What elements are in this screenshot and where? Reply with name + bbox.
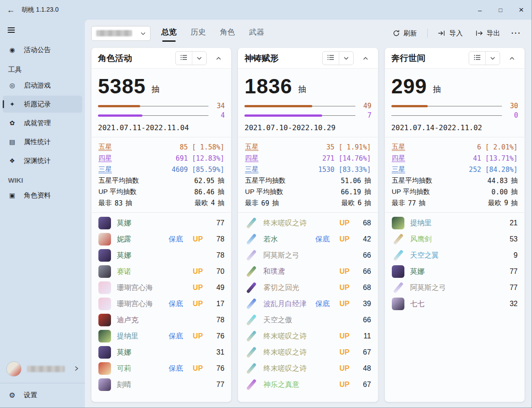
stats-section: 五星6 [ 2.01%] 四星41 [13.71%] 三星252 [84.28%… xyxy=(391,137,518,212)
four-star-link[interactable]: 四星 xyxy=(98,154,112,162)
import-button[interactable]: 导入 xyxy=(433,26,468,41)
sidebar-item-achievements[interactable]: ✿ 成就管理 xyxy=(3,114,82,132)
account-row[interactable] xyxy=(0,357,85,381)
sidebar-item-label: 属性统计 xyxy=(24,138,51,146)
collapse-card-button[interactable] xyxy=(213,52,225,64)
list-view-button[interactable] xyxy=(176,52,192,65)
gacha-item-row[interactable]: 终末嗟叹之诗 UP 48 xyxy=(245,360,371,377)
view-mode-dropdown-button[interactable] xyxy=(339,52,353,65)
gacha-item-row[interactable]: 七七 32 xyxy=(392,296,518,312)
back-button[interactable]: ← xyxy=(0,2,22,18)
sidebar-item-wish-records[interactable]: ✦ 祈愿记录 xyxy=(3,96,82,113)
sidebar-section-tools: 工具 xyxy=(8,66,85,74)
gacha-item-row[interactable]: 赛诺 UP 70 xyxy=(98,263,224,280)
tab-characters[interactable]: 角色 xyxy=(219,25,236,42)
gacha-item-row[interactable]: 雾切之回光 UP 68 xyxy=(245,280,371,296)
gacha-item-row[interactable]: 终末嗟叹之诗 UP 68 xyxy=(245,215,371,231)
gacha-item-row[interactable]: 若水 保底 UP 42 xyxy=(245,231,371,247)
gacha-item-row[interactable]: 妮露 保底 UP 78 xyxy=(98,231,224,247)
cards-icon: ▤ xyxy=(8,138,16,145)
maximize-button[interactable]: □ xyxy=(490,0,511,20)
sidebar-item-label: 深渊统计 xyxy=(24,157,51,165)
item-icon xyxy=(98,362,111,375)
total-pulls-number: 299 xyxy=(391,76,427,97)
uid-select[interactable] xyxy=(91,26,151,41)
four-star-link[interactable]: 四星 xyxy=(392,154,405,162)
gacha-item-row[interactable]: 神乐之真意 UP 67 xyxy=(245,377,371,393)
view-mode-dropdown-button[interactable] xyxy=(485,52,500,65)
gacha-item-row[interactable]: 莫娜 77 xyxy=(392,263,518,280)
item-icon xyxy=(392,217,404,229)
three-star-link[interactable]: 三星 xyxy=(392,165,405,174)
item-pull-count: 78 xyxy=(213,235,224,243)
gacha-item-row[interactable]: 莫娜 78 xyxy=(98,247,224,263)
item-pull-count: 42 xyxy=(359,235,371,243)
item-icon xyxy=(245,378,257,391)
gacha-item-row[interactable]: 莫娜 77 xyxy=(98,215,224,231)
export-button[interactable]: 导出 xyxy=(470,26,505,41)
sidebar-item-character-wiki[interactable]: ▣ 角色资料 xyxy=(3,187,82,204)
item-name: 迪卢克 xyxy=(117,316,207,325)
three-star-link[interactable]: 三星 xyxy=(245,165,258,174)
gacha-item-row[interactable]: 天空之翼 9 xyxy=(392,247,518,263)
tab-weapons[interactable]: 武器 xyxy=(248,25,265,42)
gacha-item-row[interactable]: 可莉 保底 UP 76 xyxy=(98,360,224,377)
gacha-item-row[interactable]: 莫娜 31 xyxy=(98,344,224,360)
gacha-item-row[interactable]: 风鹰剑 53 xyxy=(392,231,518,247)
list-view-button[interactable] xyxy=(323,52,339,65)
gacha-item-row[interactable]: 波乱月白经津 保底 UP 39 xyxy=(245,296,371,312)
five-star-link[interactable]: 五星 xyxy=(245,143,258,151)
sidebar-item-label: 角色资料 xyxy=(24,191,51,200)
guarantee-badge: 保底 xyxy=(168,299,183,309)
four-star-pity-value: 0 xyxy=(506,111,518,119)
sidebar-item-settings[interactable]: ⚙ 设置 xyxy=(3,384,82,406)
main-panel: 总览 历史 角色 武器 刷新 导入 xyxy=(85,20,532,408)
gacha-item-row[interactable]: 迪卢克 78 xyxy=(98,312,224,328)
collapse-card-button[interactable] xyxy=(506,52,518,64)
gacha-item-row[interactable]: 阿莫斯之弓 77 xyxy=(392,280,518,296)
chevron-up-icon xyxy=(363,55,368,61)
more-options-button[interactable]: ··· xyxy=(508,26,525,40)
item-pull-count: 77 xyxy=(506,284,518,292)
sidebar-item-announcements[interactable]: ◉ 活动公告 xyxy=(3,41,82,58)
gacha-item-row[interactable]: 终末嗟叹之诗 UP 11 xyxy=(245,328,371,344)
five-star-pity-bar: 34 xyxy=(98,104,225,108)
hamburger-menu-button[interactable] xyxy=(4,22,22,38)
gacha-item-row[interactable]: 提纳里 保底 UP 76 xyxy=(98,328,224,344)
sidebar-item-launch-game[interactable]: ◎ 启动游戏 xyxy=(3,77,82,94)
view-mode-dropdown-button[interactable] xyxy=(192,52,206,65)
stats-section: 五星35 [ 1.91%] 四星271 [14.76%] 三星1530 [83.… xyxy=(244,137,371,212)
item-name: 七七 xyxy=(410,299,500,309)
avg-five-star-label: 五星平均抽数 xyxy=(245,176,285,185)
header-actions: 刷新 导入 导出 ··· xyxy=(388,26,525,41)
chevron-down-icon xyxy=(197,55,202,61)
sidebar-item-abyss-stats[interactable]: ❖ 深渊统计 xyxy=(3,152,82,169)
gacha-item-row[interactable]: 珊瑚宫心海 保底 UP 17 xyxy=(98,296,224,312)
five-star-link[interactable]: 五星 xyxy=(98,143,112,151)
gacha-item-row[interactable]: 珊瑚宫心海 UP 49 xyxy=(98,280,224,296)
gacha-item-row[interactable]: 刻晴 77 xyxy=(98,377,224,393)
tab-history[interactable]: 历史 xyxy=(190,25,207,42)
list-view-button[interactable] xyxy=(469,52,485,65)
collapse-card-button[interactable] xyxy=(359,52,372,64)
four-star-link[interactable]: 四星 xyxy=(245,154,258,162)
date-range: 2021.07.10-2022.10.29 xyxy=(244,123,371,132)
card-title: 奔行世间 xyxy=(391,53,426,64)
five-star-link[interactable]: 五星 xyxy=(392,143,405,151)
item-name: 阿莫斯之弓 xyxy=(263,251,353,260)
five-star-item-list: 提纳里 21 风鹰剑 53 xyxy=(391,213,518,402)
gacha-item-row[interactable]: 阿莫斯之弓 66 xyxy=(245,247,371,263)
sidebar-item-attribute-stats[interactable]: ▤ 属性统计 xyxy=(3,133,82,150)
gacha-item-row[interactable]: 天空之傲 66 xyxy=(245,312,371,328)
gacha-item-row[interactable]: 提纳里 21 xyxy=(392,215,518,231)
tab-overview[interactable]: 总览 xyxy=(160,25,177,42)
item-icon xyxy=(98,378,111,391)
refresh-button[interactable]: 刷新 xyxy=(388,26,422,41)
item-icon xyxy=(98,233,111,246)
gacha-item-row[interactable]: 和璞鸢 UP 66 xyxy=(245,263,371,280)
sidebar-footer: ⚙ 设置 xyxy=(0,357,85,408)
gacha-item-row[interactable]: 终末嗟叹之诗 UP 67 xyxy=(245,344,371,360)
close-button[interactable]: × xyxy=(511,0,532,20)
three-star-link[interactable]: 三星 xyxy=(98,165,112,174)
minimize-button[interactable]: – xyxy=(470,0,490,20)
